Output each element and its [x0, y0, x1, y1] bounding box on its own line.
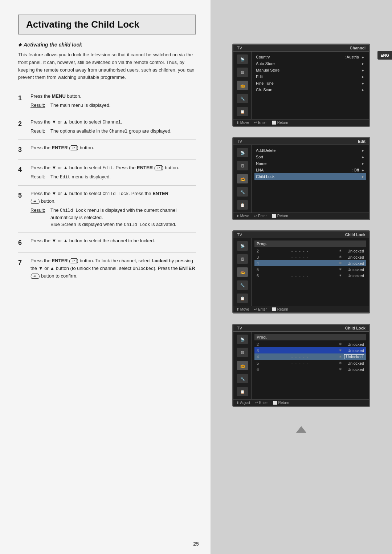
page: Activating the Child Lock Activating the… [0, 0, 392, 554]
tv-menu-item-autostore: Auto Store ► [254, 60, 366, 67]
tv-s2-bottom-return: ⬜ Return [272, 214, 288, 218]
tv-screen-1-content: Country : Austria ► Auto Store ► Manual … [252, 52, 369, 119]
tv-screen-2-content: Add/Delete ► Sort ► Name ► LNA : Off ► [252, 145, 369, 213]
tv-bottom-return: ⬜ Return [272, 121, 288, 125]
tv-icon-2: 🖼 [237, 68, 248, 77]
tv-screen-4-topbar: TV Child Lock [233, 325, 369, 332]
tv-screen-2-topbar-left: TV [237, 139, 242, 143]
tv-s2-icon-1: 📡 [237, 148, 248, 157]
step-5-number: 5 [18, 190, 25, 201]
tv-s4-bottom-adjust: ⬆ Adjust [236, 401, 250, 405]
tv-menu-item-manualstore: Manual Store ► [254, 67, 366, 73]
tv-bottom-enter: ↵ Enter [254, 121, 267, 125]
step-1-result-label: Result: [30, 102, 47, 109]
tv-s2-bottom-move: ⬆ Move [236, 214, 249, 218]
tv-s3-icon-4: 🔧 [237, 280, 248, 290]
page-title: Activating the Child Lock [26, 19, 188, 30]
tv-screen-2-topbar: TV Edit [233, 138, 369, 145]
step-2: 2 Press the ▼ or ▲ button to select Chan… [18, 114, 196, 139]
tv-screen-3: TV Child Lock 📡 🖼 📻 🔧 📋 Prog. 2 - - - - … [232, 230, 370, 314]
step-4-number: 4 [18, 165, 25, 175]
step-3-content: Press the ENTER (↵) button. [30, 144, 196, 152]
tv-bottom-move: ⬆ Move [236, 121, 249, 125]
tv-screen-4-content: Prog. 2 - - - - - ✶ Unlocked 3 - - - - -… [252, 332, 369, 399]
step-6-number: 6 [18, 238, 25, 248]
tv-screen-1-body: 📡 🖼 📻 🔧 📋 Country : Austria ► Auto Store… [233, 52, 369, 119]
step-list: 1 Press the MENU button. Result: The mai… [18, 88, 196, 284]
tv-menu-sort: Sort ► [254, 154, 366, 160]
step-2-text: Press the ▼ or ▲ button to select Channe… [30, 118, 196, 126]
step-6: 6 Press the ▼ or ▲ button to select the … [18, 232, 196, 252]
tv-icon-3: 📻 [237, 81, 248, 90]
tv-screen-3-bottombar: ⬆ Move ↵ Enter ⬜ Return [233, 306, 369, 312]
tv-menu-name: Name ► [254, 160, 366, 167]
step-2-result-text: The options available in the Channel gro… [50, 128, 196, 135]
tv-s4-icon-2: 🖼 [237, 348, 248, 357]
tv-screen-2: TV Edit 📡 🖼 📻 🔧 📋 Add/Delete ► [232, 137, 370, 220]
tv-s3-icon-2: 🖼 [237, 254, 248, 264]
tv-screen-2-bottombar: ⬆ Move ↵ Enter ⬜ Return [233, 213, 369, 219]
tv-screen-2-body: 📡 🖼 📻 🔧 📋 Add/Delete ► Sort ► [233, 145, 369, 213]
tv-prog-row-3: 3 - - - - - ✶ Unlocked [254, 254, 366, 260]
step-5: 5 Press the ▼ or ▲ button to select Chil… [18, 185, 196, 232]
tv-prog-row-5: 5 - - - - - ✶ Unlocked [254, 266, 366, 272]
step-4-result-text: The Edit menu is displayed. [50, 173, 196, 181]
step-5-text: Press the ▼ or ▲ button to select Child … [30, 190, 196, 205]
section-title: Activating the child lock [24, 42, 82, 48]
step-7-text: Press the ENTER (↵) button. To lock the … [30, 257, 196, 280]
tv-s4-icon-4: 🔧 [237, 374, 248, 383]
tv-screen-4-prog-header: Prog. [254, 334, 366, 340]
page-triangle [296, 424, 306, 434]
tv-s2-icon-3: 📻 [237, 174, 248, 183]
tv-s3-bottom-return: ⬜ Return [272, 307, 288, 311]
tv-screen-4-sidebar: 📡 🖼 📻 🔧 📋 [233, 332, 252, 399]
tv-s4-prog-row-5: 5 - - - - - ✶ Unlocked [254, 360, 366, 366]
tv-screen-4-bottombar: ⬆ Adjust ↵ Enter ⬜ Return [233, 399, 369, 406]
tv-s4-bottom-enter: ↵ Enter [255, 401, 268, 405]
tv-s2-icon-5: 📋 [237, 200, 248, 210]
step-6-text: Press the ▼ or ▲ button to select the ch… [30, 237, 196, 245]
step-4-content: Press the ▼ or ▲ button to select Edit. … [30, 164, 196, 181]
page-title-box: Activating the Child Lock [18, 15, 196, 35]
step-3-number: 3 [18, 145, 25, 155]
page-number: 25 [193, 541, 199, 547]
tv-s4-icon-1: 📡 [237, 335, 248, 344]
tv-screen-1-sidebar: 📡 🖼 📻 🔧 📋 [233, 52, 252, 119]
tv-screen-3-topbar-left: TV [237, 232, 242, 237]
tv-menu-item-finetune: Fine Tune ► [254, 80, 366, 86]
section-intro: This feature allows you to lock the tele… [18, 51, 196, 81]
step-2-number: 2 [18, 119, 25, 129]
step-7: 7 Press the ENTER (↵) button. To lock th… [18, 252, 196, 284]
tv-menu-item-edit: Edit ► [254, 73, 366, 80]
tv-icon-4: 🔧 [237, 94, 248, 103]
tv-screen-3-sidebar: 📡 🖼 📻 🔧 📋 [233, 238, 252, 306]
tv-menu-lna: LNA : Off ► [254, 167, 366, 173]
step-1-number: 1 [18, 93, 25, 104]
tv-s3-icon-5: 📋 [237, 294, 248, 303]
tv-s4-prog-row-4: 4 - - - - - ✶ Unlocked [254, 353, 366, 360]
tv-screen-4-topbar-left: TV [237, 326, 242, 330]
tv-s3-bottom-move: ⬆ Move [236, 307, 249, 311]
tv-screen-1-topbar-left: TV [237, 46, 242, 50]
step-5-result-label: Result: [30, 207, 47, 229]
step-6-content: Press the ▼ or ▲ button to select the ch… [30, 237, 196, 245]
tv-screen-3-topbar: TV Child Lock [233, 231, 369, 238]
tv-screen-3-content: Prog. 2 - - - - - ✶ Unlocked 3 - - - - -… [252, 238, 369, 306]
step-2-result-label: Result: [30, 128, 47, 135]
step-4-result-label: Result: [30, 173, 47, 181]
tv-s3-bottom-enter: ↵ Enter [254, 307, 267, 311]
tv-s4-bottom-return: ⬜ Return [273, 401, 289, 405]
step-4: 4 Press the ▼ or ▲ button to select Edit… [18, 159, 196, 185]
tv-screen-3-prog-header: Prog. [254, 240, 366, 247]
tv-screen-2-sidebar: 📡 🖼 📻 🔧 📋 [233, 145, 252, 213]
tv-screen-4-topbar-right: Child Lock [345, 326, 366, 330]
tv-s2-bottom-enter: ↵ Enter [254, 214, 267, 218]
step-7-content: Press the ENTER (↵) button. To lock the … [30, 257, 196, 280]
tv-screen-4-body: 📡 🖼 📻 🔧 📋 Prog. 2 - - - - - ✶ Unlocked [233, 332, 369, 399]
section-header: Activating the child lock [18, 42, 196, 48]
tv-s3-icon-3: 📻 [237, 267, 248, 277]
tv-screen-1-topbar-right: Channel [350, 46, 366, 50]
tv-menu-item-chscan: Ch. Scan ► [254, 86, 366, 93]
step-1-content: Press the MENU button. Result: The main … [30, 93, 196, 109]
step-1-result-text: The main menu is displayed. [50, 102, 196, 109]
